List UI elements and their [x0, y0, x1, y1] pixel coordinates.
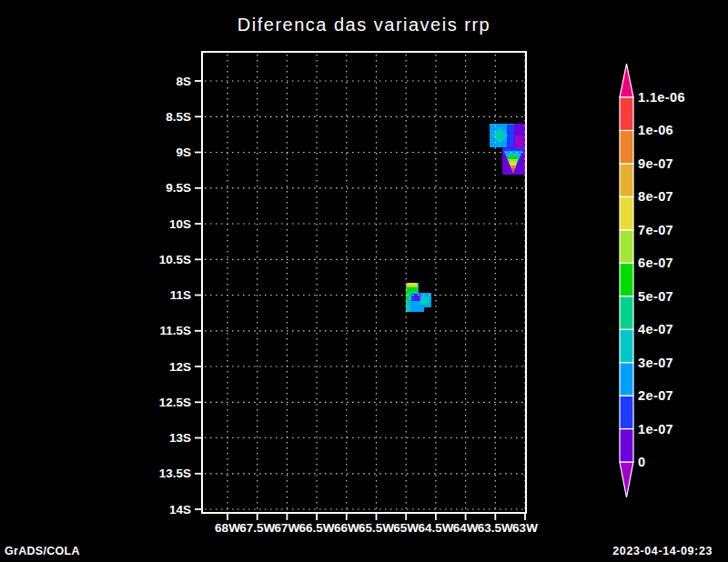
x-tick-label: 63.5W	[478, 521, 513, 535]
axis-ticks	[195, 81, 525, 520]
colorbar-arrow-top	[620, 64, 633, 97]
grads-attribution: GrADS/COLA	[5, 545, 80, 557]
colorbar-labels: 1.1e-061e-069e-078e-077e-076e-075e-074e-…	[638, 90, 685, 469]
y-tick-label: 14S	[169, 503, 191, 517]
timestamp: 2023-04-14-09:23	[612, 545, 713, 557]
colorbar	[620, 64, 633, 497]
x-tick-label: 64W	[453, 521, 479, 535]
x-tick-label: 66.5W	[299, 521, 335, 535]
colorbar-label: 1e-07	[638, 422, 673, 437]
colorbar-label: 3e-07	[638, 356, 673, 370]
colorbar-segment	[620, 196, 633, 229]
colorbar-label: 7e-07	[638, 223, 673, 237]
colorbar-segment	[620, 164, 633, 196]
y-tick-label: 11.5S	[159, 324, 191, 337]
colorbar-segment	[620, 329, 633, 362]
x-tick-label: 65.5W	[359, 521, 394, 535]
colorbar-label: 0	[638, 455, 645, 469]
y-tick-label: 10.5S	[159, 253, 191, 266]
y-tick-label: 12S	[169, 360, 191, 374]
colorbar-label: 5e-07	[638, 289, 673, 304]
colorbar-label: 8e-07	[638, 189, 673, 204]
colorbar-segment	[620, 97, 633, 130]
y-tick-label: 8.5S	[166, 110, 191, 124]
shaded-region-65W-11S	[406, 283, 431, 312]
plot-frame	[202, 52, 526, 513]
y-tick-label: 11S	[170, 288, 191, 302]
colorbar-label: 9e-07	[638, 156, 673, 171]
x-tick-label: 67W	[275, 521, 300, 535]
axis-labels: 68W67.5W67W66.5W66W65.5W65W64.5W64W63.5W…	[159, 75, 538, 535]
x-tick-label: 65W	[393, 521, 419, 535]
colorbar-segment	[620, 363, 633, 396]
colorbar-label: 4e-07	[638, 322, 673, 336]
colorbar-segment	[620, 429, 633, 462]
x-tick-label: 66W	[334, 521, 359, 535]
colorbar-label: 1.1e-06	[638, 90, 685, 105]
y-tick-label: 13S	[169, 431, 191, 445]
colorbar-segment	[620, 230, 633, 263]
x-tick-label: 64.5W	[418, 521, 453, 535]
colorbar-label: 6e-07	[638, 256, 673, 270]
y-tick-label: 12.5S	[159, 396, 191, 409]
colorbar-segment	[620, 130, 633, 163]
colorbar-label: 1e-06	[638, 123, 673, 137]
y-tick-label: 9.5S	[166, 181, 191, 195]
colorbar-arrow-bottom	[620, 462, 633, 497]
x-tick-label: 63W	[512, 521, 538, 535]
y-tick-label: 8S	[176, 75, 191, 88]
colorbar-segment	[620, 396, 633, 428]
grads-plot-screen: Diferenca das variaveis rrp 68W67.5W67W6…	[0, 0, 728, 562]
x-tick-label: 68W	[215, 521, 240, 535]
y-tick-label: 13.5S	[159, 467, 191, 480]
colorbar-segment	[620, 296, 633, 329]
colorbar-label: 2e-07	[638, 388, 673, 403]
y-tick-label: 10S	[169, 217, 191, 231]
colorbar-segment	[620, 263, 633, 296]
plot-canvas: 68W67.5W67W66.5W66W65.5W65W64.5W64W63.5W…	[0, 0, 728, 562]
gridlines	[205, 55, 525, 511]
x-tick-label: 67.5W	[239, 521, 275, 535]
y-tick-label: 9S	[176, 146, 191, 159]
